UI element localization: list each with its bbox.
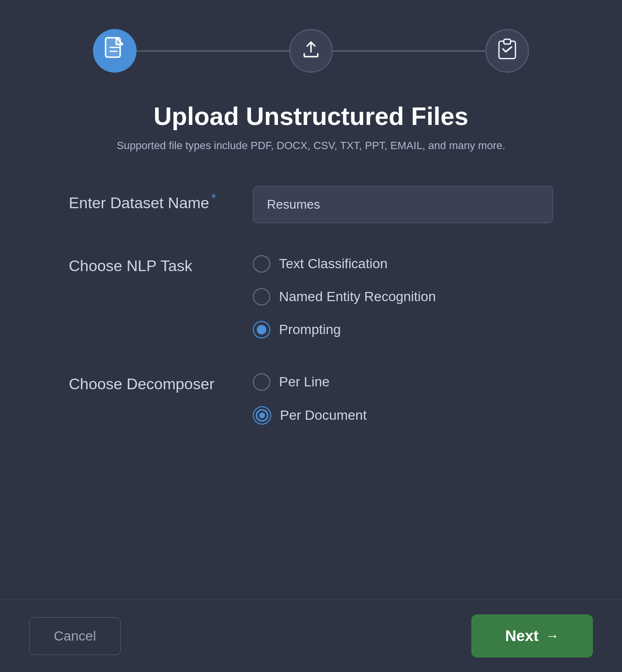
stepper [93, 29, 529, 73]
cancel-button[interactable]: Cancel [29, 617, 121, 655]
dataset-name-input[interactable] [253, 186, 553, 223]
next-arrow-icon: → [545, 628, 559, 644]
step-3-review [485, 29, 529, 73]
svg-rect-4 [504, 39, 511, 44]
radio-prompting-fill [257, 325, 266, 335]
step-1-upload [93, 29, 137, 73]
decomposer-label-per-document: Per Document [280, 408, 367, 423]
decomposer-option-per-document[interactable]: Per Document [253, 403, 553, 428]
next-button[interactable]: Next → [471, 614, 593, 657]
decomposer-label-per-line: Per Line [279, 374, 329, 390]
nlp-label-prompting: Prompting [279, 322, 341, 337]
nlp-option-prompting[interactable]: Prompting [253, 318, 553, 341]
radio-ner[interactable] [253, 288, 270, 305]
process-upload-icon [300, 38, 322, 64]
radio-text-classification[interactable] [253, 255, 270, 273]
decomposer-controls: Per Line Per Document [253, 370, 553, 428]
page-title: Upload Unstructured Files [154, 102, 468, 131]
main-content: Upload Unstructured Files Supported file… [0, 0, 622, 599]
upload-file-icon [105, 37, 125, 65]
nlp-label-ner: Named Entity Recognition [279, 289, 436, 305]
nlp-option-text-classification[interactable]: Text Classification [253, 252, 553, 275]
clipboard-check-icon [498, 38, 516, 64]
nlp-task-row: Choose NLP Task Text Classification Name… [69, 252, 553, 341]
radio-per-line[interactable] [253, 373, 270, 391]
decomposer-option-per-line[interactable]: Per Line [253, 370, 553, 394]
step-line-2 [333, 50, 485, 52]
step-2-process [289, 29, 333, 73]
nlp-option-ner[interactable]: Named Entity Recognition [253, 285, 553, 308]
dataset-name-row: Enter Dataset Name* [69, 186, 553, 223]
dataset-name-label: Enter Dataset Name* [69, 186, 253, 212]
radio-prompting[interactable] [253, 321, 270, 338]
page-subtitle: Supported file types include PDF, DOCX, … [117, 139, 505, 152]
decomposer-row: Choose Decomposer Per Line Per Document [69, 370, 553, 428]
footer: Cancel Next → [0, 599, 622, 672]
next-label: Next [505, 627, 539, 645]
radio-per-document[interactable] [253, 406, 271, 425]
step-line-1 [137, 50, 289, 52]
nlp-label-text-classification: Text Classification [279, 256, 388, 272]
decomposer-label: Choose Decomposer [69, 370, 253, 393]
nlp-task-label: Choose NLP Task [69, 252, 253, 275]
nlp-task-controls: Text Classification Named Entity Recogni… [253, 252, 553, 341]
dataset-name-controls [253, 186, 553, 223]
form-section: Enter Dataset Name* Choose NLP Task Text… [69, 186, 553, 457]
